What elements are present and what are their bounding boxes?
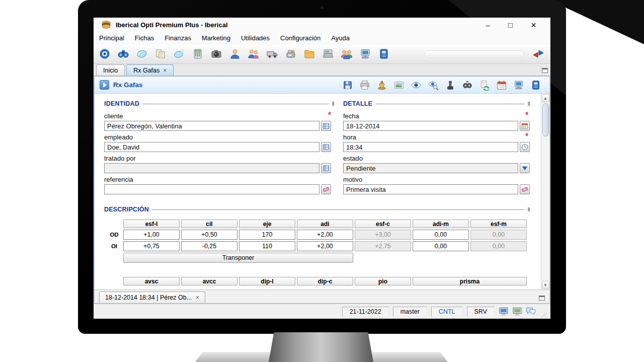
scrollbar-thumb[interactable] (542, 103, 549, 136)
referencia-clear-button[interactable] (321, 184, 331, 194)
motivo-clear-button[interactable] (520, 184, 530, 194)
scroll-up-icon[interactable]: ▲ (542, 94, 549, 102)
folder-icon (303, 48, 315, 60)
tab-close-icon[interactable]: × (163, 67, 167, 74)
motivo-input[interactable] (343, 184, 518, 194)
tratado-por-input[interactable] (104, 163, 319, 173)
agenda-button[interactable] (530, 80, 541, 91)
menu-configuracion[interactable]: Configuración (280, 34, 320, 42)
menu-utilidades[interactable]: Utilidades (241, 34, 270, 42)
rx-oi-esf-m: 0,00 (470, 241, 527, 251)
lensmeter-button[interactable] (445, 80, 456, 91)
transponer-button[interactable]: Transponer (123, 253, 353, 263)
scroll-down-icon[interactable]: ▼ (542, 281, 549, 289)
cliente-input[interactable] (104, 121, 319, 131)
view-eye-icon (411, 80, 422, 91)
lens-button[interactable] (136, 48, 148, 60)
photo-button[interactable] (393, 80, 405, 91)
rx-od-esf-l[interactable]: +1,00 (123, 230, 180, 240)
maximize-button[interactable]: □ (508, 21, 513, 29)
tratado-por-label: tratado por (104, 155, 136, 162)
rx-od-adi-m[interactable]: 0,00 (413, 230, 469, 240)
record-tab[interactable]: 18-12-2014 18:34 | Pérez Ob... × (99, 292, 205, 303)
view-title: Rx Gafas (113, 81, 143, 89)
sync-arrows-button[interactable] (532, 48, 544, 60)
notebook-button[interactable] (378, 48, 390, 60)
record-tab-label: 18-12-2014 18:34 | Pérez Ob... (105, 294, 192, 301)
binoculars-button[interactable] (117, 48, 129, 60)
eye-target-icon (99, 48, 111, 60)
monitor-bezel: Iberical Opti Premium Plus - Iberical – … (78, 0, 566, 334)
rx-col-pio: pio (355, 277, 411, 285)
tab-inicio[interactable]: Inicio (96, 64, 125, 76)
group-button[interactable] (341, 48, 353, 60)
empleado-input[interactable] (104, 142, 319, 152)
cliente-lookup-button[interactable] (321, 121, 331, 131)
hora-clock-button[interactable] (520, 142, 530, 152)
rx-col-dip-l: dip-l (239, 277, 295, 285)
rx-col-esf-m: esf-m (470, 220, 527, 228)
delivery-truck-button[interactable] (266, 48, 278, 60)
sign-button[interactable] (376, 80, 387, 91)
network-pc-icon[interactable] (512, 307, 522, 317)
minimize-view-icon[interactable] (542, 68, 548, 73)
edger-machine-button[interactable] (285, 48, 297, 60)
terminal-button[interactable] (513, 80, 524, 91)
fecha-input[interactable] (343, 121, 518, 131)
estado-input[interactable] (343, 163, 518, 173)
close-button[interactable]: × (531, 20, 536, 30)
customer-button[interactable] (229, 48, 241, 60)
remote-desktop-icon[interactable] (499, 307, 509, 317)
hora-input[interactable] (343, 142, 518, 152)
eye-target-button[interactable] (99, 48, 111, 60)
rx-oi-esf-l[interactable]: +0,75 (123, 241, 180, 251)
cliente-label: cliente (104, 112, 123, 120)
restore-view-icon[interactable] (539, 296, 545, 301)
print-button[interactable] (359, 80, 370, 91)
menu-marketing[interactable]: Marketing (202, 34, 230, 42)
menu-principal[interactable]: Principal (99, 34, 124, 42)
eraser-icon (323, 186, 330, 193)
record-tab-close-icon[interactable]: × (196, 295, 199, 301)
lens-sparkle-button[interactable] (173, 48, 185, 60)
save-button[interactable] (342, 80, 353, 91)
folder-button[interactable] (303, 48, 315, 60)
rx-row-od-label: OD (107, 230, 122, 240)
menu-fichas[interactable]: Fichas (135, 34, 154, 42)
customers-button[interactable] (248, 48, 260, 60)
transfer-doc-button[interactable] (479, 80, 490, 91)
review-eye-button[interactable] (428, 80, 439, 91)
referencia-input[interactable] (104, 184, 319, 194)
rx-oi-adi-m[interactable]: 0,00 (413, 241, 469, 251)
tratado-por-lookup-button[interactable] (321, 163, 331, 173)
rx-oi-cil[interactable]: -0,25 (181, 241, 237, 251)
rx-od-eje[interactable]: 170 (239, 230, 295, 240)
rx-table: esf-l cil eje adi esf-c adi-m esf-m OD +… (107, 220, 527, 263)
rx-od-esf-m: 0,00 (470, 230, 527, 240)
empleado-lookup-button[interactable] (321, 142, 331, 152)
fecha-calendar-button[interactable] (520, 121, 530, 131)
status-date: 21-11-2022 (342, 307, 389, 317)
messages-icon[interactable] (526, 307, 536, 317)
menu-finanzas[interactable]: Finanzas (165, 34, 191, 42)
rx-od-adi[interactable]: +2,00 (297, 230, 353, 240)
calendar-button[interactable] (496, 80, 507, 91)
receipts-button[interactable] (154, 48, 167, 60)
menu-ayuda[interactable]: Ayuda (331, 34, 350, 42)
till-button[interactable] (322, 48, 334, 60)
rx-gafas-view: Rx Gafas (94, 76, 550, 304)
camera-button[interactable] (210, 48, 222, 60)
tab-rx-gafas[interactable]: Rx Gafas × (126, 64, 174, 76)
phoropter-button[interactable] (462, 80, 473, 91)
resize-grip[interactable] (540, 311, 546, 318)
rx-oi-adi[interactable]: +2,00 (297, 241, 353, 251)
calculator-button[interactable] (192, 48, 204, 60)
minimize-button[interactable]: – (486, 21, 490, 29)
menubar: Principal Fichas Finanzas Marketing Util… (94, 32, 550, 44)
rx-od-cil[interactable]: +0,50 (181, 230, 237, 240)
rx-oi-eje[interactable]: 110 (239, 241, 295, 251)
workstation-button[interactable] (359, 48, 371, 60)
vertical-scrollbar[interactable]: ▲ ▼ (541, 94, 549, 289)
view-eye-button[interactable] (411, 80, 422, 91)
estado-dropdown-button[interactable] (520, 163, 530, 173)
